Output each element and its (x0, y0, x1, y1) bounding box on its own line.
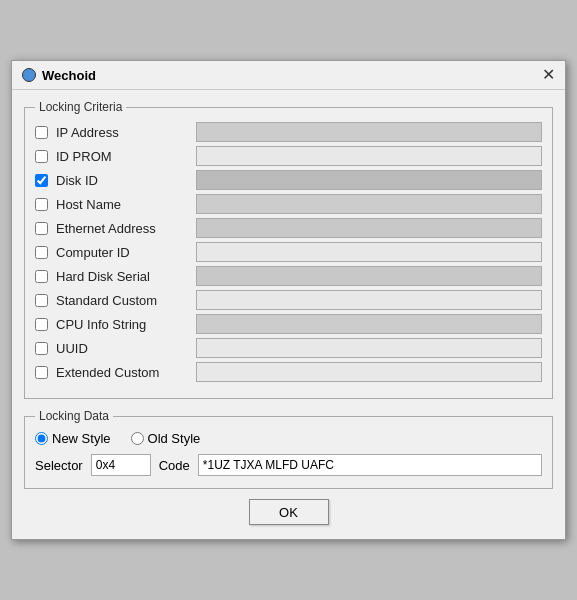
selector-input[interactable] (91, 454, 151, 476)
label-standard_custom: Standard Custom (56, 293, 196, 308)
checkbox-cpu_info_string[interactable] (35, 318, 48, 331)
title-bar-left: Wechoid (22, 68, 96, 83)
window-title: Wechoid (42, 68, 96, 83)
input-id_prom[interactable] (196, 146, 542, 166)
code-input[interactable] (198, 454, 542, 476)
label-cpu_info_string: CPU Info String (56, 317, 196, 332)
label-uuid: UUID (56, 341, 196, 356)
locking-data-group: Locking Data New Style Old Style Selecto… (24, 409, 553, 489)
input-ip_address[interactable] (196, 122, 542, 142)
criteria-row-ip_address: IP Address (35, 122, 542, 142)
input-disk_id[interactable] (196, 170, 542, 190)
criteria-row-cpu_info_string: CPU Info String (35, 314, 542, 334)
checkbox-disk_id[interactable] (35, 174, 48, 187)
input-ethernet_address[interactable] (196, 218, 542, 238)
checkbox-extended_custom[interactable] (35, 366, 48, 379)
code-label: Code (159, 458, 190, 473)
criteria-row-computer_id: Computer ID (35, 242, 542, 262)
checkbox-uuid[interactable] (35, 342, 48, 355)
label-computer_id: Computer ID (56, 245, 196, 260)
input-extended_custom[interactable] (196, 362, 542, 382)
old-style-text: Old Style (148, 431, 201, 446)
criteria-row-standard_custom: Standard Custom (35, 290, 542, 310)
criteria-row-host_name: Host Name (35, 194, 542, 214)
checkbox-hard_disk_serial[interactable] (35, 270, 48, 283)
locking-criteria-group: Locking Criteria IP AddressID PROMDisk I… (24, 100, 553, 399)
ok-button[interactable]: OK (249, 499, 329, 525)
locking-criteria-legend: Locking Criteria (35, 100, 126, 114)
input-hard_disk_serial[interactable] (196, 266, 542, 286)
title-bar: Wechoid ✕ (12, 61, 565, 90)
new-style-radio[interactable] (35, 432, 48, 445)
close-button[interactable]: ✕ (542, 67, 555, 83)
criteria-row-id_prom: ID PROM (35, 146, 542, 166)
new-style-label[interactable]: New Style (35, 431, 111, 446)
ok-row: OK (24, 499, 553, 525)
input-host_name[interactable] (196, 194, 542, 214)
window-content: Locking Criteria IP AddressID PROMDisk I… (12, 90, 565, 539)
locking-data-legend: Locking Data (35, 409, 113, 423)
criteria-row-ethernet_address: Ethernet Address (35, 218, 542, 238)
style-radio-row: New Style Old Style (35, 431, 542, 446)
checkbox-computer_id[interactable] (35, 246, 48, 259)
old-style-label[interactable]: Old Style (131, 431, 201, 446)
input-standard_custom[interactable] (196, 290, 542, 310)
checkbox-ip_address[interactable] (35, 126, 48, 139)
selector-label: Selector (35, 458, 83, 473)
label-ip_address: IP Address (56, 125, 196, 140)
input-uuid[interactable] (196, 338, 542, 358)
criteria-row-uuid: UUID (35, 338, 542, 358)
new-style-text: New Style (52, 431, 111, 446)
code-row: Selector Code (35, 454, 542, 476)
main-window: Wechoid ✕ Locking Criteria IP AddressID … (11, 60, 566, 540)
criteria-row-disk_id: Disk ID (35, 170, 542, 190)
criteria-rows: IP AddressID PROMDisk IDHost NameEtherne… (35, 122, 542, 382)
label-host_name: Host Name (56, 197, 196, 212)
checkbox-host_name[interactable] (35, 198, 48, 211)
checkbox-ethernet_address[interactable] (35, 222, 48, 235)
old-style-radio[interactable] (131, 432, 144, 445)
checkbox-id_prom[interactable] (35, 150, 48, 163)
label-hard_disk_serial: Hard Disk Serial (56, 269, 196, 284)
criteria-row-extended_custom: Extended Custom (35, 362, 542, 382)
input-cpu_info_string[interactable] (196, 314, 542, 334)
input-computer_id[interactable] (196, 242, 542, 262)
criteria-row-hard_disk_serial: Hard Disk Serial (35, 266, 542, 286)
checkbox-standard_custom[interactable] (35, 294, 48, 307)
label-extended_custom: Extended Custom (56, 365, 196, 380)
app-icon (22, 68, 36, 82)
label-id_prom: ID PROM (56, 149, 196, 164)
label-disk_id: Disk ID (56, 173, 196, 188)
label-ethernet_address: Ethernet Address (56, 221, 196, 236)
